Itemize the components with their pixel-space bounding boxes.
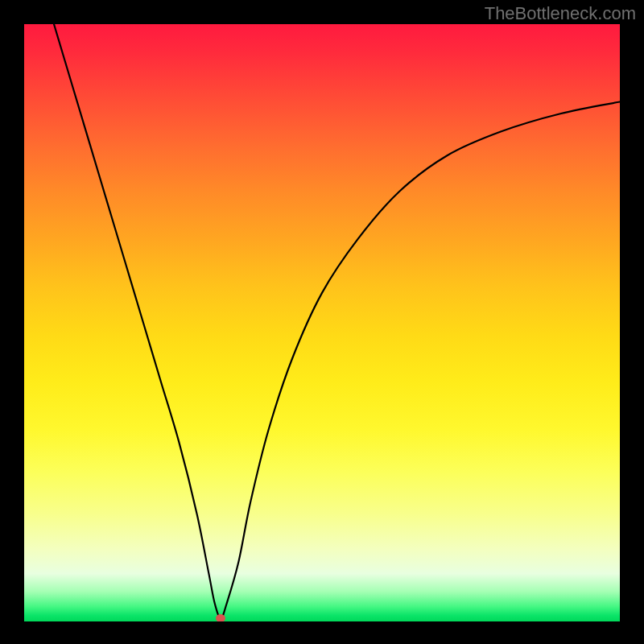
watermark-text: TheBottleneck.com (485, 3, 636, 24)
bottleneck-curve (54, 24, 620, 618)
curve-svg (24, 24, 620, 621)
optimal-point-marker (216, 614, 225, 621)
plot-area (24, 24, 620, 621)
